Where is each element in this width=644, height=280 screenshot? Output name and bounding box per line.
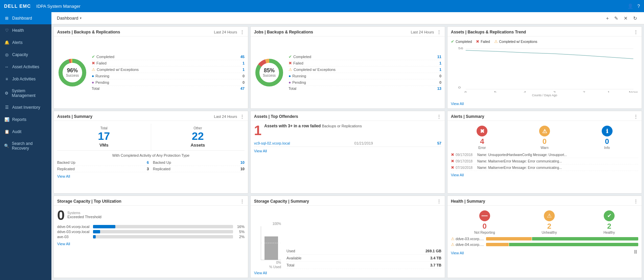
widget-health-summary: Health | Summary ⋮ — 0 Not Reporting ⚠ 2 bbox=[447, 196, 642, 278]
alert-error-label: Error bbox=[477, 146, 487, 150]
assets-summary-view-all[interactable]: View All bbox=[57, 174, 70, 178]
widget-storage-top-util-menu[interactable]: ⋮ bbox=[240, 199, 245, 204]
sidebar: ⊞ Dashboard ♡ Health 🔔 Alerts ◎ Capacity… bbox=[0, 12, 51, 280]
widget-jobs-backups: Jobs | Backups & Replications Last 24 Ho… bbox=[250, 26, 445, 109]
hbar-yellow-1 bbox=[486, 237, 532, 240]
health-not-reporting-block: — 0 Not Reporting bbox=[474, 210, 495, 234]
sidebar-item-audit[interactable]: 📋 Audit bbox=[0, 126, 51, 138]
offender-big-num: 1 bbox=[254, 124, 261, 137]
widget-health-summary-header: Health | Summary ⋮ bbox=[447, 196, 642, 206]
health-not-reporting-count: 0 bbox=[474, 222, 495, 231]
stat-row: ● Running 0 bbox=[92, 73, 245, 79]
widget-jobs-backups-header: Jobs | Backups & Replications Last 24 Ho… bbox=[251, 27, 445, 36]
sidebar-item-reports[interactable]: 📊 Reports bbox=[0, 113, 51, 126]
sidebar-item-capacity[interactable]: ◎ Capacity bbox=[0, 49, 51, 61]
summary-row: Backed Up 10 bbox=[153, 159, 245, 166]
widget-alerts-summary-menu[interactable]: ⋮ bbox=[634, 114, 638, 119]
alert-error-count: 4 bbox=[477, 137, 487, 146]
storage-exceeded-desc: Systems Exceeded Threshold bbox=[67, 211, 101, 219]
add-widget-button[interactable]: + bbox=[605, 15, 610, 22]
storage-top-util-view-all[interactable]: View All bbox=[57, 242, 70, 246]
assets-trend-view-all[interactable]: View All bbox=[451, 102, 638, 106]
hbar-green-2 bbox=[509, 243, 638, 246]
assets-summary-col-vms: Backed Up 6 Replicated 3 bbox=[57, 159, 149, 172]
main-layout: ⊞ Dashboard ♡ Health 🔔 Alerts ◎ Capacity… bbox=[0, 12, 644, 280]
svg-text:3: 3 bbox=[553, 91, 556, 93]
x-icon: ✖ bbox=[451, 152, 454, 157]
pause-icon[interactable]: ⏸ bbox=[633, 249, 638, 255]
search-recovery-icon: 🔍 bbox=[4, 143, 9, 149]
storage-bar-pct-2: 5% bbox=[235, 230, 245, 234]
sidebar-item-job-activities[interactable]: ≡ Job Activities bbox=[0, 73, 51, 85]
widget-assets-summary: Assets | Summary Last 24 Hours ⋮ Total 1… bbox=[53, 111, 248, 193]
storage-bar-pct-3: 2% bbox=[235, 235, 245, 239]
storage-bar-row: ddve-04.vcorp.local 16% bbox=[57, 225, 245, 229]
storage-y-0: 0% bbox=[276, 261, 281, 264]
audit-icon: 📋 bbox=[4, 129, 9, 134]
sidebar-item-dashboard[interactable]: ⊞ Dashboard bbox=[0, 12, 51, 24]
health-healthy-block: ✔ 2 Healthy bbox=[603, 210, 615, 234]
system-management-icon: ⚙ bbox=[4, 91, 9, 96]
widget-assets-summary-header: Assets | Summary Last 24 Hours ⋮ bbox=[54, 111, 248, 121]
widget-assets-trend-menu[interactable]: ⋮ bbox=[634, 29, 638, 35]
sidebar-item-system-management[interactable]: ⚙ System Management bbox=[0, 85, 51, 101]
legend-failed: ✖ Failed bbox=[476, 39, 490, 44]
widget-assets-backups-menu[interactable]: ⋮ bbox=[240, 29, 245, 35]
widget-storage-summary-header: Storage Capacity | Summary ⋮ bbox=[251, 196, 445, 206]
check-icon: ✔ bbox=[451, 39, 454, 44]
health-summary-view-all[interactable]: View All bbox=[451, 251, 464, 255]
widget-assets-summary-menu[interactable]: ⋮ bbox=[240, 114, 245, 119]
widget-health-summary-menu[interactable]: ⋮ bbox=[634, 199, 638, 204]
storage-chart-area: 100% 0% % Used bbox=[254, 222, 281, 269]
sidebar-item-alerts[interactable]: 🔔 Alerts bbox=[0, 36, 51, 49]
widget-storage-summary-menu[interactable]: ⋮ bbox=[437, 199, 441, 204]
widget-alerts-summary: Alerts | Summary ⋮ ✖ 4 Error ⚠ 0 Warn bbox=[447, 111, 642, 193]
close-dashboard-button[interactable]: ✕ bbox=[622, 15, 629, 22]
pend-icon: ● bbox=[92, 80, 94, 85]
topnav-actions: 👤 ? bbox=[627, 3, 640, 9]
donut-section-assets: 96% Success ✔ Completed 45 ✖ Failed bbox=[57, 39, 245, 106]
storage-chart-layout: 100% 0% % Used Used bbox=[254, 208, 441, 269]
widget-storage-summary-body: 100% 0% % Used Used bbox=[251, 206, 445, 278]
sidebar-item-search-recovery[interactable]: 🔍 Search and Recovery bbox=[0, 138, 51, 154]
alert-info-count: 0 bbox=[602, 137, 613, 146]
alerts-summary-view-all[interactable]: View All bbox=[451, 173, 464, 177]
legend-exceptions: ⚠ Completed w/ Exceptions bbox=[494, 39, 537, 44]
help-icon[interactable]: ? bbox=[637, 3, 640, 9]
edit-dashboard-button[interactable]: ✎ bbox=[613, 15, 620, 22]
widget-assets-backups-header: Assets | Backups & Replications Last 24 … bbox=[54, 27, 248, 36]
svg-text:Now: Now bbox=[629, 91, 638, 93]
storage-summary-view-all[interactable]: View All bbox=[254, 271, 441, 275]
breadcrumb-arrow[interactable]: ▾ bbox=[80, 16, 82, 20]
assets-summary-cols: Backed Up 6 Replicated 3 Backed Up bbox=[57, 159, 245, 172]
sidebar-item-asset-inventory[interactable]: ☰ Asset Inventory bbox=[0, 101, 51, 113]
summary-row: Replicated 3 bbox=[57, 166, 149, 172]
sidebar-item-health[interactable]: ♡ Health bbox=[0, 24, 51, 36]
sidebar-label-job-activities: Job Activities bbox=[12, 77, 36, 81]
offender-desc: Assets with 3+ in a row failed Backups o… bbox=[264, 124, 362, 128]
svg-text:0: 0 bbox=[458, 86, 461, 89]
breadcrumb: Dashboard ▾ bbox=[57, 16, 82, 21]
content-header: Dashboard ▾ + ✎ ✕ ↻ bbox=[51, 12, 644, 24]
storage-chart-bar bbox=[264, 236, 278, 260]
sidebar-item-asset-activities[interactable]: ↔ Asset Activities bbox=[0, 61, 51, 73]
x-icon: ✖ bbox=[451, 165, 454, 170]
offender-name[interactable]: vc9-sql-02.vcorp.local bbox=[254, 141, 290, 145]
storage-bar-chart bbox=[261, 226, 281, 260]
widget-storage-top-util-header: Storage Capacity | Top Utilization ⋮ bbox=[54, 196, 248, 206]
asset-activities-icon: ↔ bbox=[4, 64, 9, 70]
summary-row: Backed Up 6 bbox=[57, 159, 149, 166]
widget-jobs-backups-menu[interactable]: ⋮ bbox=[437, 29, 441, 35]
dashboard-grid: Assets | Backups & Replications Last 24 … bbox=[51, 24, 644, 280]
refresh-dashboard-button[interactable]: ↻ bbox=[632, 15, 639, 22]
health-icons-row: — 0 Not Reporting ⚠ 2 Unhealthy ✔ 2 bbox=[451, 210, 638, 234]
user-icon[interactable]: 👤 bbox=[627, 3, 633, 9]
pend-icon: ● bbox=[289, 80, 291, 85]
widget-jobs-backups-body: 85% Success ✔ Completed 11 ✖ Failed bbox=[251, 36, 445, 108]
top-offenders-view-all[interactable]: View All bbox=[254, 149, 267, 153]
x-icon: ✖ bbox=[289, 61, 292, 66]
stat-row: ⚠ Completed w/ Exceptions 1 bbox=[289, 67, 441, 73]
storage-bar-label-1: ddve-04.vcorp.local bbox=[57, 225, 91, 229]
storage-bar-fill-3 bbox=[93, 235, 96, 238]
widget-top-offenders-menu[interactable]: ⋮ bbox=[437, 114, 441, 119]
